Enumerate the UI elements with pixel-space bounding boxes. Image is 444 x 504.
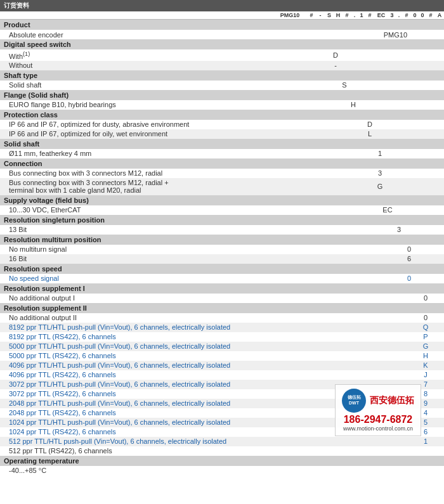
code-hash5: #	[426, 12, 435, 18]
section-singleturn: Resolution singleturn position	[0, 215, 444, 225]
item-label-1024-ttlhtl: 1024 ppr TTL/HTL push-pull (Vin=Vout), 6…	[0, 418, 299, 427]
item-no-additional-2: No additional output II 0	[0, 313, 444, 323]
section-protection: Protection class	[0, 110, 444, 120]
item-label-without: Without	[0, 61, 299, 70]
page-wrapper: 订货资料 PMG10 # - S H # . 1 # EC 3 . # 0 0 …	[0, 0, 444, 475]
section-label-digital-speed: Digital speed switch	[0, 39, 444, 49]
item-label-3072-ttlhtl: 3072 ppr TTL/HTL push-pull (Vin=Vout), 6…	[0, 380, 299, 389]
item-no-additional-1: No additional output I 0	[0, 294, 444, 303]
code-ec: EC	[374, 12, 388, 18]
section-product: Product	[0, 20, 444, 30]
section-label-shaft-type: Shaft type	[0, 70, 444, 81]
item-3072-ttlhtl: 3072 ppr TTL/HTL push-pull (Vin=Vout), 6…	[0, 380, 444, 389]
item-val-2048-ttlhtl: 9	[299, 399, 444, 408]
item-val-1024-ttlhtl: 5	[299, 418, 444, 427]
section-label-supply-voltage: Supply voltage (field bus)	[0, 195, 444, 205]
section-label-protection: Protection class	[0, 110, 444, 120]
code-hash1: #	[307, 12, 316, 18]
item-with: With(1) D	[0, 49, 444, 61]
item-val-8192-ttl: P	[299, 332, 444, 342]
item-protection-oily: IP 66 and IP 67, optimized for oily, wet…	[0, 129, 444, 139]
item-4096-ttlhtl: 4096 ppr TTL/HTL push-pull (Vin=Vout), 6…	[0, 361, 444, 370]
item-13bit: 13 Bit 3	[0, 225, 444, 235]
item-val-3072-ttl: 8	[299, 389, 444, 399]
top-header: 订货资料	[0, 0, 444, 11]
section-supplement-2: Resolution supplement II	[0, 303, 444, 313]
section-shaft-type: Shaft type	[0, 70, 444, 81]
item-label-3072-ttl: 3072 ppr TTL (RS422), 6 channels	[0, 389, 299, 399]
code-h: H	[334, 12, 343, 18]
item-label-connection-3: Bus connecting box with 3 connectors M12…	[0, 169, 299, 178]
item-label-16bit: 16 Bit	[0, 254, 299, 264]
section-label-solid-shaft: Solid shaft	[0, 139, 444, 149]
item-label-shaft-11mm: Ø11 mm, featherkey 4 mm	[0, 149, 299, 158]
item-label-no-speed: No speed signal	[0, 274, 299, 283]
section-label-connection: Connection	[0, 158, 444, 169]
code-1: 1	[358, 12, 365, 18]
item-connection-g: Bus connecting box with 3 connectors M12…	[0, 178, 444, 195]
item-val-4096-ttl: J	[299, 370, 444, 380]
item-4096-ttl: 4096 ppr TTL (RS422), 6 channels J	[0, 370, 444, 380]
section-label-flange: Flange (Solid shaft)	[0, 90, 444, 100]
item-val-without: -	[299, 61, 444, 70]
item-val-no-additional-1: 0	[299, 294, 444, 303]
item-no-speed: No speed signal 0	[0, 274, 444, 283]
item-label-4096-ttl: 4096 ppr TTL (RS422), 6 channels	[0, 370, 299, 380]
item-val-2048-ttl: 4	[299, 408, 444, 418]
item-val-solid-shaft-type: S	[299, 81, 444, 90]
code-hash2: #	[343, 12, 351, 18]
item-ethercat: 10...30 VDC, EtherCAT EC	[0, 205, 444, 215]
item-val-protection-oily: L	[299, 129, 444, 139]
item-val-4096-ttlhtl: K	[299, 361, 444, 370]
item-val-8192-ttlhtl: Q	[299, 323, 444, 332]
header-title: 订货资料	[4, 2, 29, 9]
item-val-5000-ttlhtl: G	[299, 342, 444, 351]
item-val-no-speed: 0	[299, 274, 444, 283]
item-label-5000-ttlhtl: 5000 ppr TTL/HTL push-pull (Vin=Vout), 6…	[0, 342, 299, 351]
section-multiturn: Resolution multiturn position	[0, 235, 444, 245]
item-label-ethercat: 10...30 VDC, EtherCAT	[0, 205, 299, 215]
section-label-supplement-2: Resolution supplement II	[0, 303, 444, 313]
section-digital-speed: Digital speed switch	[0, 39, 444, 49]
code-dot1: .	[351, 12, 358, 18]
item-val-shaft-11mm: 1	[299, 149, 444, 158]
item-label-8192-ttlhtl: 8192 ppr TTL/HTL push-pull (Vin=Vout), 6…	[0, 323, 299, 332]
item-euro-flange: EURO flange B10, hybrid bearings H	[0, 100, 444, 110]
item-label-1024-ttl: 1024 ppr TTL (RS422), 6 channels	[0, 427, 299, 437]
item-label-no-additional-1: No additional output I	[0, 294, 299, 303]
code-hash3: #	[365, 12, 374, 18]
item-absolute-encoder: Absolute encoder PMG10	[0, 30, 444, 39]
item-label-no-multiturn: No multiturn signal	[0, 245, 299, 254]
item-1024-ttlhtl: 1024 ppr TTL/HTL push-pull (Vin=Vout), 6…	[0, 418, 444, 427]
item-label-4096-ttlhtl: 4096 ppr TTL/HTL push-pull (Vin=Vout), 6…	[0, 361, 299, 370]
code-a: A	[435, 12, 444, 18]
item-label-with: With(1)	[0, 49, 299, 61]
item-label-protection-dusty: IP 66 and IP 67, optimized for dusty, ab…	[0, 120, 299, 129]
section-connection: Connection	[0, 158, 444, 169]
item-label-512-ttlhtl: 512 ppr TTL/HTL push-pull (Vin=Vout), 6 …	[0, 437, 299, 446]
item-val-512-ttl	[299, 446, 444, 456]
item-val-temp-range	[299, 466, 444, 475]
item-val-euro-flange: H	[299, 100, 444, 110]
col-header-codes: # - S H # . 1 # EC 3 . # 0 0 # A	[307, 12, 444, 18]
code-dash: -	[316, 12, 325, 18]
section-supplement-1: Resolution supplement I	[0, 283, 444, 294]
code-dot2: .	[396, 12, 402, 18]
item-val-3072-ttlhtl: 7	[299, 380, 444, 389]
section-label-singleturn: Resolution singleturn position	[0, 215, 444, 225]
section-flange: Flange (Solid shaft)	[0, 90, 444, 100]
item-8192-ttlhtl: 8192 ppr TTL/HTL push-pull (Vin=Vout), 6…	[0, 323, 444, 332]
item-label-512-ttl: 512 ppr TTL (RS422), 6 channels	[0, 446, 299, 456]
item-16bit: 16 Bit 6	[0, 254, 444, 264]
item-512-ttlhtl: 512 ppr TTL/HTL push-pull (Vin=Vout), 6 …	[0, 437, 444, 446]
section-label-product: Product	[0, 20, 444, 30]
item-3072-ttl: 3072 ppr TTL (RS422), 6 channels 8	[0, 389, 444, 399]
item-512-ttl: 512 ppr TTL (RS422), 6 channels	[0, 446, 444, 456]
item-val-1024-ttl: 6	[299, 427, 444, 437]
item-label-absolute-encoder: Absolute encoder	[0, 30, 299, 39]
main-data-table: Product Absolute encoder PMG10 Digital s…	[0, 20, 444, 475]
item-2048-ttlhtl: 2048 ppr TTL/HTL push-pull (Vin=Vout), 6…	[0, 399, 444, 408]
section-resolution-speed: Resolution speed	[0, 264, 444, 274]
item-label-protection-oily: IP 66 and IP 67, optimized for oily, wet…	[0, 129, 299, 139]
item-temp-range: -40...+85 °C	[0, 466, 444, 475]
